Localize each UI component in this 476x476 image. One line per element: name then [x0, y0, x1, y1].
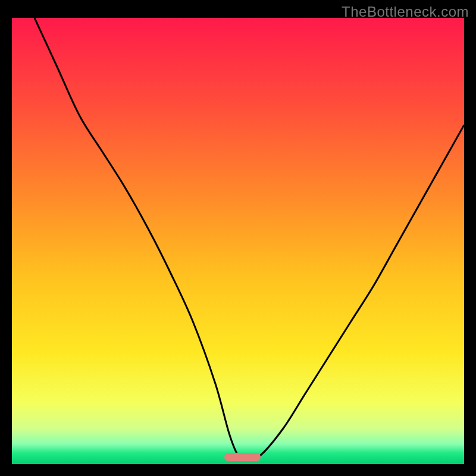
plot-area [12, 18, 464, 464]
chart-frame: TheBottleneck.com [0, 0, 476, 476]
optimum-marker [224, 453, 261, 461]
watermark-text: TheBottleneck.com [342, 4, 469, 20]
bottleneck-curve-svg [12, 18, 464, 464]
bottleneck-curve [35, 18, 464, 460]
